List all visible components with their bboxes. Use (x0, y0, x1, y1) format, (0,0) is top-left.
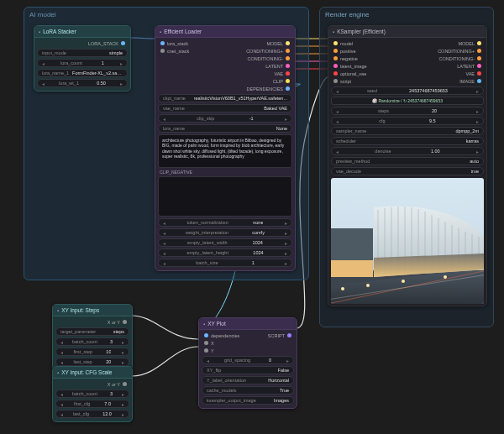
widget-denoise[interactable]: ◂denoise1.00▸ (331, 147, 484, 155)
clip-negative-label: CLIP_NEGATIVE (160, 170, 292, 175)
node-xy-input-steps[interactable]: ▪XY Input: Steps X or Y target_parameter… (52, 304, 133, 370)
input-positive[interactable]: positive (333, 49, 356, 54)
widget-weight-interpretation[interactable]: ◂weight_interpretationcomfy▸ (158, 228, 292, 237)
output-image[interactable]: IMAGE (459, 79, 481, 84)
widget-batch-count[interactable]: ◂batch_count3▸ (55, 390, 129, 398)
widget-ksampler-output-image[interactable]: ksampler_output_imageImages (202, 396, 294, 405)
node-title: XY Input: Steps (61, 307, 99, 313)
node-title: LoRA Stacker (43, 29, 76, 34)
svg-rect-19 (331, 260, 373, 277)
widget-ckpt-name[interactable]: ckpt_namerealisticVisionV60B1_v51HyperVA… (158, 94, 292, 102)
svg-point-20 (341, 287, 344, 290)
widget-last-step[interactable]: ◂last_step20▸ (55, 358, 129, 366)
input-dependencies[interactable]: dependencies (204, 333, 239, 338)
svg-point-23 (444, 275, 447, 279)
node-header[interactable]: ▪XY Plot (199, 318, 297, 330)
output-x-or-y[interactable]: X or Y (55, 380, 129, 388)
node-xy-input-cfg-scale[interactable]: ▪XY Input: CFG Scale X or Y ◂batch_count… (52, 366, 133, 422)
output-script[interactable]: SCRIPT (268, 333, 291, 338)
prompt-negative[interactable] (158, 176, 292, 217)
output-cond-neg[interactable]: CONDITIONING- (158, 55, 292, 62)
output-lora-stack[interactable]: LORA_STACK (37, 39, 128, 47)
widget-target-parameter[interactable]: target_parametersteps (55, 327, 129, 336)
node-title: Efficient Loader (164, 29, 202, 34)
node-title: XY Input: CFG Scale (61, 369, 112, 375)
widget-token-normalization[interactable]: ◂token_normalizationnone▸ (158, 218, 292, 227)
node-header[interactable]: ▪XY Input: Steps (53, 305, 132, 316)
widget-clip-skip[interactable]: ◂clip_skip-1▸ (158, 114, 292, 123)
svg-point-22 (402, 280, 405, 283)
widget-preview-method[interactable]: preview_methodauto (331, 157, 484, 165)
output-x-or-y[interactable]: X or Y (55, 318, 129, 326)
widget-lora-name[interactable]: lora_nameNone (158, 124, 292, 133)
node-title: XY Plot (207, 321, 226, 327)
node-header[interactable]: ▪Efficient Loader (155, 26, 295, 38)
group-title: AI model (29, 11, 303, 18)
widget-vae-decode[interactable]: vae_decodetrue (331, 167, 484, 175)
node-efficient-loader[interactable]: ▪Efficient Loader lora_stackMODEL cnet_s… (155, 25, 296, 271)
widget-first-cfg[interactable]: ◂first_cfg7.0▸ (55, 400, 129, 408)
widget-batch-size[interactable]: ◂batch_size1▸ (158, 259, 292, 267)
widget-last-cfg[interactable]: ◂last_cfg12.0▸ (55, 410, 129, 418)
svg-point-21 (366, 284, 370, 287)
port-icon (121, 41, 125, 45)
input-lora-stack[interactable]: lora_stack (160, 41, 188, 46)
output-latent[interactable]: LATENT (158, 62, 292, 70)
input-cnet-stack[interactable]: cnet_stack (160, 49, 189, 54)
widget-cfg[interactable]: ◂cfg9.5▸ (331, 117, 484, 125)
widget-empty-latent-height[interactable]: ◂empty_latent_height1024▸ (158, 248, 292, 257)
widget-scheduler[interactable]: schedulerkarras (331, 137, 484, 145)
input-optional-vae[interactable]: optional_vae (333, 71, 366, 76)
widget-lora-wt-1[interactable]: ◂lora_wt_10.50▸ (37, 79, 128, 87)
input-model[interactable]: model (333, 41, 353, 46)
widget-vae-name[interactable]: vae_nameBaked VAE (158, 104, 292, 112)
image-preview[interactable] (331, 178, 484, 304)
output-cond-neg[interactable]: CONDITIONING- (439, 56, 481, 61)
output-dependencies[interactable]: DEPENDENCIES (158, 85, 292, 92)
output-vae[interactable]: VAE (465, 71, 481, 76)
input-script[interactable]: script (333, 79, 351, 84)
input-latent-image[interactable]: latent_image (333, 64, 367, 69)
node-lora-stacker[interactable]: ▪LoRA Stacker LORA_STACK input_modesimpl… (34, 25, 131, 92)
widget-empty-latent-width[interactable]: ◂empty_latent_width1024▸ (158, 238, 292, 247)
node-header[interactable]: ▪LoRA Stacker (34, 26, 130, 38)
node-header[interactable]: ▪KSampler (Efficient) (328, 26, 486, 38)
widget-batch-count[interactable]: ◂batch_count3▸ (55, 337, 129, 346)
output-clip[interactable]: CLIP (158, 77, 292, 85)
node-xy-plot[interactable]: ▪XY Plot dependenciesSCRIPT X Y ◂grid_sp… (198, 317, 297, 409)
node-header[interactable]: ▪XY Input: CFG Scale (53, 367, 132, 379)
widget-steps[interactable]: ◂steps20▸ (331, 107, 484, 115)
group-title: Render engine (325, 11, 488, 18)
widget-lora-count[interactable]: ◂lora_count1▸ (37, 59, 128, 67)
node-ksampler-efficient[interactable]: ▪KSampler (Efficient) modelMODEL positiv… (328, 25, 487, 306)
output-vae[interactable]: VAE (158, 70, 292, 77)
widget-input-mode[interactable]: input_modesimple (37, 49, 128, 57)
widget-xy-flip[interactable]: XY_flipFalse (202, 366, 294, 374)
widget-y-label-orientation[interactable]: Y_label_orientationHorizontal (202, 376, 294, 384)
node-title: KSampler (Efficient) (337, 29, 386, 34)
prompt-positive[interactable]: architecture photography, futuristic air… (158, 134, 292, 168)
output-model[interactable]: MODEL (458, 41, 481, 46)
input-x[interactable]: X (202, 339, 294, 347)
widget-seed[interactable]: ◂seed245374687459653▸ (331, 86, 484, 95)
widget-first-step[interactable]: ◂first_step10▸ (55, 348, 129, 356)
widget-cache-models[interactable]: cache_modelsTrue (202, 386, 294, 395)
widget-grid-spacing[interactable]: ◂grid_spacing0▸ (202, 356, 294, 364)
widget-lora-name-1[interactable]: lora_name_1FormFinder-XL_v2.safeten... (37, 69, 128, 77)
output-model[interactable]: MODEL (266, 41, 290, 46)
output-cond-pos[interactable]: CONDITIONING+ (246, 49, 290, 54)
randomize-button[interactable]: 🎲 Randomize / ↻ 245374687459653 (331, 97, 484, 105)
widget-sampler-name[interactable]: sampler_namedpmpp_2m (331, 127, 484, 135)
output-cond-pos[interactable]: CONDITIONING+ (438, 49, 481, 54)
input-y[interactable]: Y (202, 347, 294, 354)
input-negative[interactable]: negative (333, 56, 358, 61)
output-latent[interactable]: LATENT (457, 64, 481, 69)
